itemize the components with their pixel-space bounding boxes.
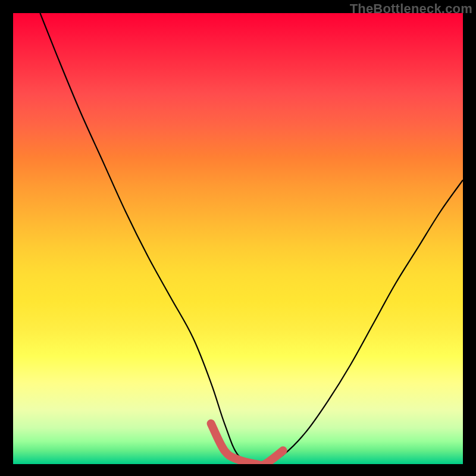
bottleneck-curve-path [40,13,463,464]
plot-area [13,13,463,464]
bottleneck-chart: TheBottleneck.com [0,0,476,476]
curve-layer [13,13,463,464]
flat-bottom-highlight-path [211,424,283,464]
watermark-text: TheBottleneck.com [350,1,472,17]
